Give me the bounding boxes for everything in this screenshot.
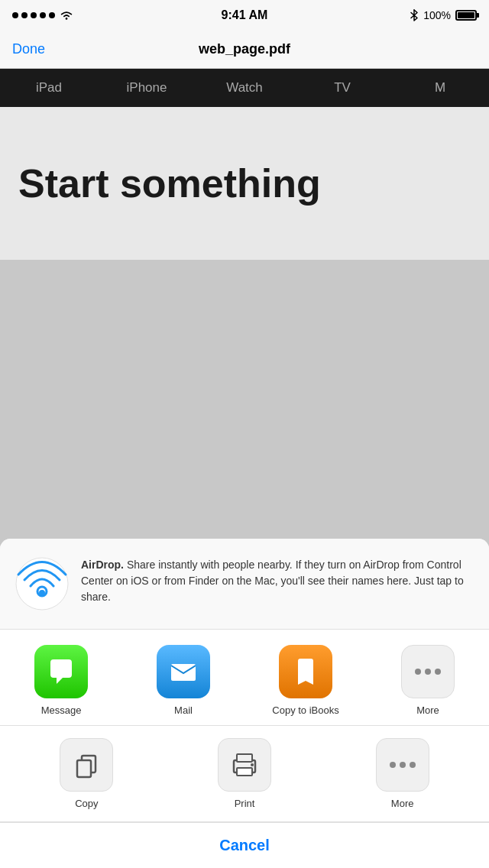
mail-label: Mail [174, 704, 193, 717]
bluetooth-icon [410, 9, 419, 21]
more-apps-icon [401, 645, 455, 698]
actions-row: Copy Print [0, 726, 489, 822]
airdrop-description: AirDrop. Share instantly with people nea… [81, 557, 474, 605]
svg-point-10 [251, 763, 254, 766]
signal-dots [12, 12, 55, 18]
action-copy[interactable]: Copy [15, 738, 158, 809]
svg-rect-8 [237, 754, 252, 762]
message-icon [34, 645, 88, 698]
svg-point-3 [39, 590, 45, 596]
tab-tv[interactable]: TV [293, 80, 391, 96]
tab-bar: iPad iPhone Watch TV M [0, 69, 489, 107]
ibooks-icon [279, 645, 332, 698]
tab-more[interactable]: M [391, 80, 489, 96]
share-app-message[interactable]: Message [15, 645, 107, 717]
battery-icon [455, 10, 477, 21]
more-apps-label: More [416, 704, 439, 717]
status-bar: 9:41 AM 100% [0, 0, 489, 31]
done-button[interactable]: Done [12, 41, 45, 57]
message-label: Message [41, 704, 82, 717]
share-app-ibooks[interactable]: Copy to iBooks [260, 645, 351, 717]
copy-icon-box [60, 738, 113, 792]
svg-rect-9 [237, 768, 252, 776]
page-heading: Start something [18, 160, 321, 206]
share-apps-row: Message Mail Copy to iBooks [0, 630, 489, 726]
status-right: 100% [410, 9, 477, 21]
more-dots-icon [390, 762, 416, 768]
copy-label: Copy [75, 798, 98, 809]
tab-watch[interactable]: Watch [196, 80, 293, 96]
svg-point-0 [66, 18, 68, 20]
share-sheet-overlay: AirDrop. Share instantly with people nea… [0, 539, 489, 868]
status-left [12, 10, 73, 21]
wifi-icon [60, 10, 73, 21]
nav-bar: Done web_page.pdf [0, 31, 489, 69]
svg-rect-6 [77, 760, 91, 777]
ibooks-label: Copy to iBooks [272, 704, 338, 717]
print-label: Print [235, 798, 255, 809]
page-title: web_page.pdf [199, 41, 290, 57]
more-icon-box [376, 738, 429, 792]
svg-point-1 [16, 558, 68, 610]
battery-percent: 100% [423, 9, 451, 21]
status-time: 9:41 AM [222, 8, 268, 22]
airdrop-section: AirDrop. Share instantly with people nea… [0, 539, 489, 630]
share-sheet: AirDrop. Share instantly with people nea… [0, 539, 489, 868]
airdrop-icon [15, 557, 69, 611]
print-icon-box [218, 738, 271, 792]
share-app-more[interactable]: More [382, 645, 474, 717]
tab-ipad[interactable]: iPad [0, 80, 98, 96]
cancel-button[interactable]: Cancel [0, 822, 489, 868]
action-print[interactable]: Print [173, 738, 316, 809]
more-label: More [391, 798, 414, 809]
share-app-mail[interactable]: Mail [138, 645, 229, 717]
action-more[interactable]: More [331, 738, 474, 809]
mail-icon [157, 645, 210, 698]
tab-iphone[interactable]: iPhone [98, 80, 196, 96]
page-content: Start something [0, 107, 489, 260]
three-dots-icon [415, 669, 441, 675]
